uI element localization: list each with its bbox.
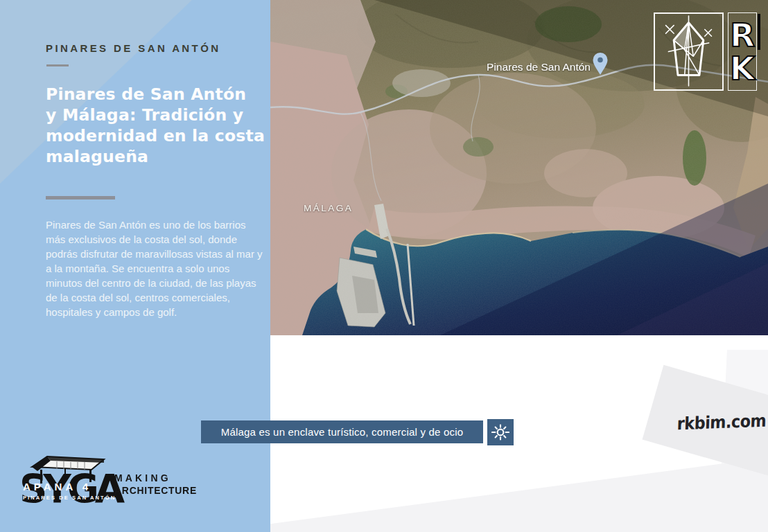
crystal-icon-frame xyxy=(654,12,724,91)
page-title-line: Pinares de San Antón xyxy=(46,84,265,105)
decor-bottom-wedge xyxy=(270,450,768,532)
syga-tagline: MAKING ARCHITECTURE xyxy=(114,472,197,496)
page-title: Pinares de San Antón y Málaga: Tradición… xyxy=(46,84,265,167)
rk-letters-frame: R K xyxy=(728,12,757,91)
divider-large xyxy=(46,196,115,200)
map-label-malaga: MÁLAGA xyxy=(304,203,353,213)
sun-icon xyxy=(491,423,509,441)
description-paragraph: Pinares de San Antón es uno de los barri… xyxy=(46,218,266,319)
divider-small xyxy=(46,64,69,66)
syga-overlay-text: APANA 4 PINARES DE SAN ANTÓN xyxy=(23,481,116,501)
website-link[interactable]: rkbim.com xyxy=(677,410,766,433)
sun-badge xyxy=(487,419,514,445)
rk-letter-k: K xyxy=(730,52,755,85)
syga-tagline-line2: ARCHITECTURE xyxy=(114,484,197,496)
syga-overlay-line2: PINARES DE SAN ANTÓN xyxy=(23,495,116,501)
caption-banner: Málaga es un enclave turístico, comercia… xyxy=(201,420,483,443)
page-title-line: malagueña xyxy=(46,146,265,167)
map-label-pinares: Pinares de San Antón xyxy=(487,61,591,73)
eyebrow-label: PINARES DE SAN ANTÓN xyxy=(46,42,220,54)
page-title-line: y Málaga: Tradición y xyxy=(46,105,265,125)
satellite-map: Pinares de San Antón MÁLAGA xyxy=(270,0,768,335)
crystal-icon xyxy=(655,14,722,89)
syga-overlay-line1: APANA 4 xyxy=(23,481,116,493)
rk-logo: R K xyxy=(654,12,755,91)
syga-tagline-line1: MAKING xyxy=(114,472,197,484)
page-title-line: modernidad en la costa xyxy=(46,125,265,146)
rk-logo-accent-bar xyxy=(758,14,760,50)
sidebar: PINARES DE SAN ANTÓN Pinares de San Antó… xyxy=(0,0,270,532)
syga-logo: SYGA APANA 4 PINARES DE SAN ANTÓN MAKING… xyxy=(19,452,262,528)
slide-page: PINARES DE SAN ANTÓN Pinares de San Antó… xyxy=(0,0,768,532)
rk-letter-r: R xyxy=(730,19,755,52)
